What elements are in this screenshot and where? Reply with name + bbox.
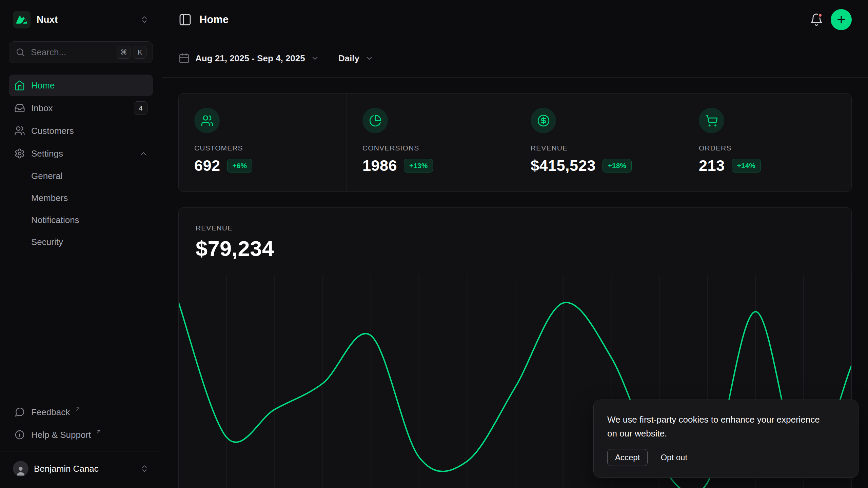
chevrons-up-down-icon: [140, 464, 149, 473]
gear-icon: [14, 148, 25, 159]
cart-icon: [699, 108, 724, 133]
sidebar-item-general[interactable]: General: [9, 165, 153, 186]
search-placeholder: Search...: [31, 47, 66, 58]
stat-label: CONVERSIONS: [362, 144, 499, 152]
search-icon: [15, 47, 25, 57]
cookie-actions: Accept Opt out: [607, 449, 845, 466]
interval-select[interactable]: Daily: [338, 53, 374, 64]
stat-value: 213: [699, 157, 725, 175]
kbd-cmd: ⌘: [117, 46, 131, 59]
revenue-total: $79,234: [196, 236, 834, 261]
chat-icon: [14, 407, 25, 418]
inbox-icon: [14, 103, 25, 114]
chevron-up-icon: [139, 149, 147, 158]
stat-revenue: REVENUE $415,523 +18%: [515, 94, 683, 191]
sidebar-item-home[interactable]: Home: [9, 75, 153, 96]
circle-dollar-icon: [531, 108, 556, 133]
stat-delta-badge: +13%: [404, 159, 433, 172]
stats-row: CUSTOMERS 692 +6% CONVERSIONS 1986 +13%: [178, 93, 852, 192]
help-support-label: Help & Support: [31, 430, 91, 440]
chevron-down-icon: [365, 54, 374, 63]
sidebar-subitem-label: Members: [31, 193, 68, 203]
workspace-name: Nuxt: [37, 14, 58, 25]
sidebar-nav: Home Inbox 4 Customers Settings: [9, 75, 153, 252]
cookie-optout-button[interactable]: Opt out: [660, 449, 687, 466]
sidebar-item-security[interactable]: Security: [9, 231, 153, 252]
chevron-down-icon: [311, 54, 319, 63]
sidebar-item-notifications[interactable]: Notifications: [9, 209, 153, 230]
topbar: Home: [162, 0, 868, 39]
cookie-message: We use first-party cookies to enhance yo…: [607, 413, 831, 440]
inbox-count-badge: 4: [134, 101, 147, 115]
stat-value: 1986: [362, 157, 397, 175]
chart-pie-icon: [362, 108, 388, 133]
search-shortcut: ⌘ K: [117, 46, 146, 59]
calendar-icon: [178, 53, 190, 64]
feedback-link[interactable]: Feedback: [9, 401, 153, 423]
sidebar-subitem-label: Security: [31, 237, 63, 247]
feedback-label: Feedback: [31, 407, 70, 418]
stat-delta-badge: +18%: [603, 159, 632, 172]
sidebar-item-customers[interactable]: Customers: [9, 120, 153, 142]
interval-label: Daily: [338, 53, 359, 64]
user-name: Benjamin Canac: [34, 464, 99, 474]
stat-customers: CUSTOMERS 692 +6%: [179, 94, 347, 191]
add-button[interactable]: [831, 9, 852, 30]
sidebar: Nuxt Search... ⌘ K Home: [0, 0, 162, 488]
sidebar-item-settings[interactable]: Settings: [9, 143, 153, 164]
kbd-k: K: [134, 46, 146, 59]
stat-label: CUSTOMERS: [194, 144, 331, 152]
date-range-picker[interactable]: Aug 21, 2025 - Sep 4, 2025: [178, 53, 319, 64]
main-area: Home Aug 21, 2025 - Sep 4, 2025 Daily: [162, 0, 868, 488]
sidebar-item-label: Home: [31, 80, 55, 91]
panel-left-icon[interactable]: [178, 13, 192, 26]
nuxt-logo: [13, 11, 31, 28]
external-link-icon: [75, 406, 81, 412]
avatar: [13, 461, 28, 476]
workspace-switcher[interactable]: Nuxt: [9, 7, 153, 32]
chevrons-up-down-icon: [140, 15, 149, 24]
search-input[interactable]: Search... ⌘ K: [9, 41, 153, 63]
sidebar-item-label: Inbox: [31, 103, 53, 114]
users-icon: [194, 108, 220, 133]
sidebar-item-label: Customers: [31, 126, 74, 136]
toolbar: Aug 21, 2025 - Sep 4, 2025 Daily: [162, 39, 868, 78]
users-icon: [14, 125, 25, 136]
home-icon: [14, 80, 25, 91]
cookie-banner: We use first-party cookies to enhance yo…: [593, 400, 859, 478]
page-title: Home: [199, 14, 229, 26]
dashboard-page: Nuxt Search... ⌘ K Home: [0, 0, 868, 488]
sidebar-subitem-label: Notifications: [31, 215, 79, 225]
sidebar-footer: Feedback Help & Support: [9, 401, 153, 451]
sidebar-item-inbox[interactable]: Inbox 4: [9, 97, 153, 119]
stat-value: 692: [194, 157, 220, 175]
stat-delta-badge: +6%: [227, 159, 253, 172]
sidebar-item-members[interactable]: Members: [9, 187, 153, 208]
stat-delta-badge: +14%: [732, 159, 761, 172]
cookie-accept-button[interactable]: Accept: [607, 449, 648, 466]
notifications-button[interactable]: [810, 13, 823, 26]
stat-conversions: CONVERSIONS 1986 +13%: [347, 94, 515, 191]
external-link-icon: [96, 429, 102, 435]
sidebar-subitem-label: General: [31, 171, 63, 181]
notification-dot: [818, 13, 823, 18]
user-menu[interactable]: Benjamin Canac: [9, 458, 153, 479]
help-support-link[interactable]: Help & Support: [9, 424, 153, 446]
revenue-card-header: REVENUE $79,234: [179, 208, 851, 261]
revenue-label: REVENUE: [196, 224, 834, 232]
user-section: Benjamin Canac: [0, 451, 162, 479]
stat-orders: ORDERS 213 +14%: [683, 94, 851, 191]
stat-value: $415,523: [531, 157, 596, 175]
date-range-label: Aug 21, 2025 - Sep 4, 2025: [195, 53, 305, 64]
info-icon: [14, 429, 25, 440]
sidebar-item-label: Settings: [31, 148, 63, 159]
stat-label: REVENUE: [531, 144, 667, 152]
stat-label: ORDERS: [699, 144, 836, 152]
